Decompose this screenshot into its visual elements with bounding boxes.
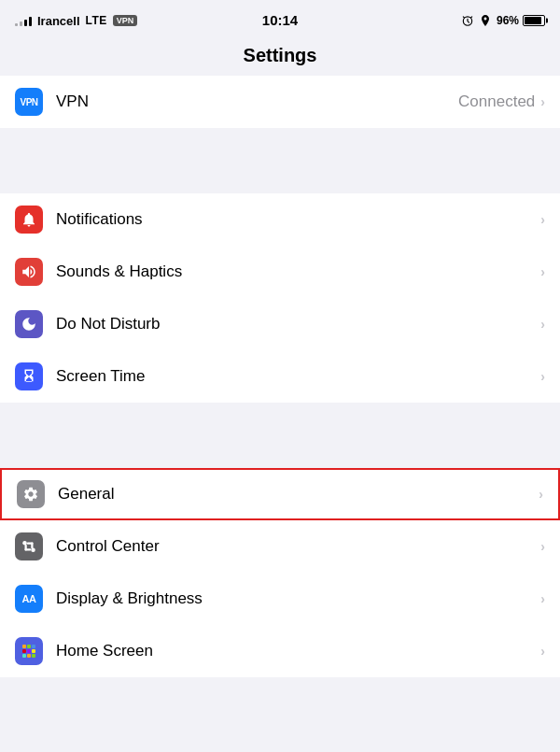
screentime-icon: [15, 362, 43, 390]
screentime-chevron: ›: [540, 369, 545, 384]
section-gap-2: [0, 435, 560, 468]
svg-rect-5: [31, 543, 33, 549]
notifications-section: Notifications › Sounds & Haptics › Do No…: [0, 193, 560, 403]
svg-rect-6: [25, 548, 32, 550]
svg-rect-7: [22, 645, 26, 648]
battery-percentage: 96%: [497, 14, 519, 27]
vpn-row[interactable]: VPN VPN Connected ›: [0, 76, 560, 128]
notifications-label: Notifications: [56, 210, 540, 229]
hourglass-svg: [21, 368, 37, 385]
homescreen-chevron: ›: [540, 644, 545, 659]
svg-rect-11: [27, 649, 31, 653]
dnd-chevron: ›: [540, 317, 545, 332]
svg-point-2: [31, 548, 35, 553]
sounds-chevron: ›: [540, 264, 545, 279]
controlcenter-icon: [15, 532, 43, 560]
svg-rect-13: [22, 654, 26, 658]
gear-svg: [22, 486, 39, 503]
sounds-label: Sounds & Haptics: [56, 262, 540, 281]
vpn-section: VPN VPN Connected ›: [0, 76, 560, 128]
controlcenter-chevron: ›: [540, 539, 545, 554]
vpn-label: VPN: [56, 92, 458, 111]
homescreen-row[interactable]: Home Screen ›: [0, 625, 560, 677]
status-time: 10:14: [262, 12, 298, 28]
notifications-icon: [15, 206, 43, 234]
notifications-row[interactable]: Notifications ›: [0, 193, 560, 246]
general-row[interactable]: General ›: [0, 468, 560, 520]
svg-rect-9: [32, 645, 35, 648]
nav-bar: Settings: [0, 41, 560, 76]
sounds-row[interactable]: Sounds & Haptics ›: [0, 246, 560, 298]
display-icon: AA: [15, 585, 43, 613]
status-left: Irancell LTE VPN: [15, 14, 137, 28]
section-gap-1: [0, 161, 560, 193]
bell-svg: [21, 211, 37, 228]
notifications-chevron: ›: [540, 212, 545, 227]
controlcenter-row[interactable]: Control Center ›: [0, 520, 560, 573]
display-label: Display & Brightness: [56, 589, 540, 608]
homescreen-label: Home Screen: [56, 642, 540, 660]
sounds-icon: [15, 258, 43, 286]
dnd-icon: [15, 310, 43, 338]
svg-point-1: [22, 541, 27, 546]
moon-svg: [21, 316, 37, 333]
carrier-name: Irancell: [37, 14, 80, 28]
screentime-row[interactable]: Screen Time ›: [0, 350, 560, 403]
vpn-icon: VPN: [15, 88, 43, 116]
speaker-svg: [21, 263, 37, 280]
dnd-row[interactable]: Do Not Disturb ›: [0, 298, 560, 350]
alarm-icon: [461, 14, 474, 27]
homescreen-icon: [15, 637, 43, 665]
battery-container: 96%: [497, 14, 545, 27]
svg-rect-14: [27, 654, 31, 658]
battery-icon: [523, 15, 545, 26]
network-type: LTE: [86, 14, 107, 27]
general-chevron: ›: [539, 487, 543, 502]
signal-bars: [15, 15, 32, 26]
screentime-label: Screen Time: [56, 367, 540, 386]
vpn-chevron: ›: [540, 94, 545, 109]
general-icon: [17, 480, 45, 508]
display-row[interactable]: AA Display & Brightness ›: [0, 573, 560, 625]
vpn-value: Connected: [458, 92, 535, 111]
display-chevron: ›: [540, 591, 545, 606]
general-label: General: [58, 485, 539, 504]
location-icon: [480, 14, 491, 27]
status-bar: Irancell LTE VPN 10:14 96%: [0, 0, 560, 41]
sliders-svg: [21, 538, 37, 555]
svg-rect-12: [32, 649, 35, 653]
battery-fill: [525, 17, 541, 24]
dnd-label: Do Not Disturb: [56, 315, 540, 333]
svg-rect-15: [32, 654, 35, 658]
svg-rect-8: [27, 645, 31, 648]
status-right: 96%: [461, 14, 545, 27]
page-title: Settings: [244, 45, 317, 65]
svg-rect-10: [22, 649, 26, 653]
vpn-indicator: VPN: [113, 15, 138, 26]
controlcenter-label: Control Center: [56, 537, 540, 556]
general-section: General › Control Center › AA Display & …: [0, 468, 560, 677]
grid-svg: [21, 643, 37, 660]
